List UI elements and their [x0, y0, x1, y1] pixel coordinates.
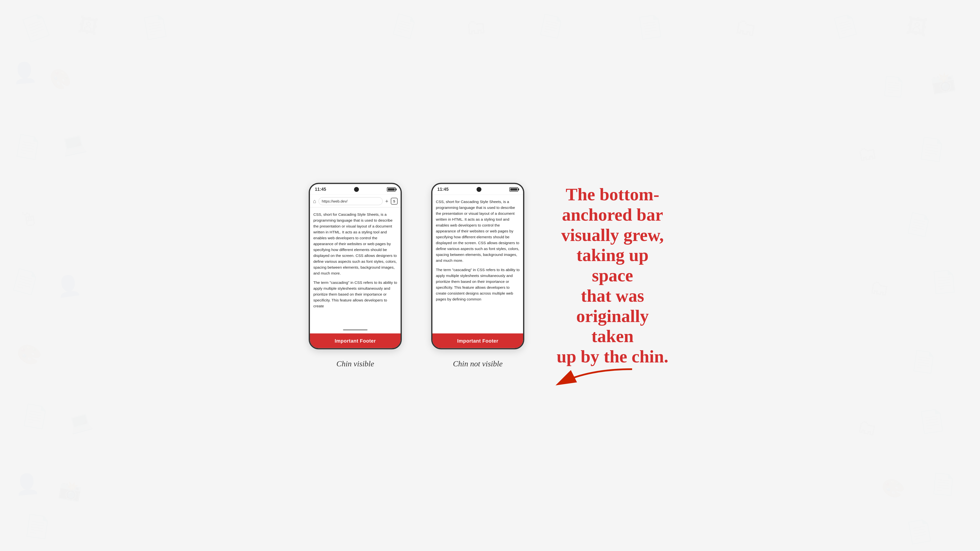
phone1-wrapper: 11:45 ⌂ https://web.dev/ + 5 CSS, short … — [309, 183, 402, 368]
annotation-arrow — [539, 364, 637, 394]
annotation-line6: originally taken — [576, 306, 649, 346]
phone1-footer[interactable]: Important Footer — [310, 333, 401, 348]
phone1-mockup: 11:45 ⌂ https://web.dev/ + 5 CSS, short … — [309, 183, 402, 349]
phone1-address-bar: ⌂ https://web.dev/ + 5 — [310, 195, 401, 208]
phone1-caption: Chin visible — [336, 359, 374, 368]
phone2-paragraph-2: The term "cascading" in CSS refers to it… — [436, 267, 520, 302]
phone2-mockup: 11:45 CSS, short for Cascading Style She… — [431, 183, 524, 349]
annotation-line1: The bottom- — [566, 184, 659, 204]
phone2-battery — [509, 187, 518, 192]
phone1-paragraph-1: CSS, short for Cascading Style Sheets, i… — [313, 211, 397, 276]
phone1-footer-text: Important Footer — [335, 338, 376, 344]
annotation-line5: that was — [581, 286, 644, 305]
phone2-footer[interactable]: Important Footer — [433, 333, 523, 348]
annotation-line3: visually grew, — [561, 225, 664, 245]
tab-count[interactable]: 5 — [391, 198, 398, 205]
phone2-caption: Chin not visible — [453, 359, 503, 368]
phone2-content: CSS, short for Cascading Style Sheets, i… — [433, 195, 523, 333]
url-display[interactable]: https://web.dev/ — [318, 197, 383, 205]
phone1-camera — [354, 187, 359, 192]
phone2-wrapper: 11:45 CSS, short for Cascading Style She… — [431, 183, 524, 368]
add-tab-icon[interactable]: + — [385, 198, 388, 204]
phone1-battery-fill — [388, 188, 395, 191]
phone1-content: CSS, short for Cascading Style Sheets, i… — [310, 208, 401, 326]
phone2-battery-fill — [510, 188, 517, 191]
chin-bar — [343, 329, 368, 330]
phone2-status-bar: 11:45 — [433, 184, 523, 195]
phone1-status-bar: 11:45 — [310, 184, 401, 195]
annotation-line7: up by the chin. — [557, 347, 668, 366]
phone2-camera — [477, 187, 481, 192]
annotation-line4: taking up space — [576, 245, 649, 285]
phone1-time: 11:45 — [315, 187, 326, 192]
home-icon[interactable]: ⌂ — [313, 198, 316, 204]
annotation-container: The bottom- anchored bar visually grew, … — [554, 184, 671, 367]
annotation-text: The bottom- anchored bar visually grew, … — [554, 184, 671, 367]
phone2-footer-text: Important Footer — [457, 338, 498, 344]
phone1-chin — [310, 326, 401, 333]
phone2-paragraph-1: CSS, short for Cascading Style Sheets, i… — [436, 199, 520, 264]
main-content: 11:45 ⌂ https://web.dev/ + 5 CSS, short … — [309, 183, 671, 368]
phone1-battery — [387, 187, 396, 192]
phone2-time: 11:45 — [438, 187, 449, 192]
phone1-paragraph-2: The term "cascading" in CSS refers to it… — [313, 279, 397, 309]
annotation-line2: anchored bar — [562, 205, 663, 224]
